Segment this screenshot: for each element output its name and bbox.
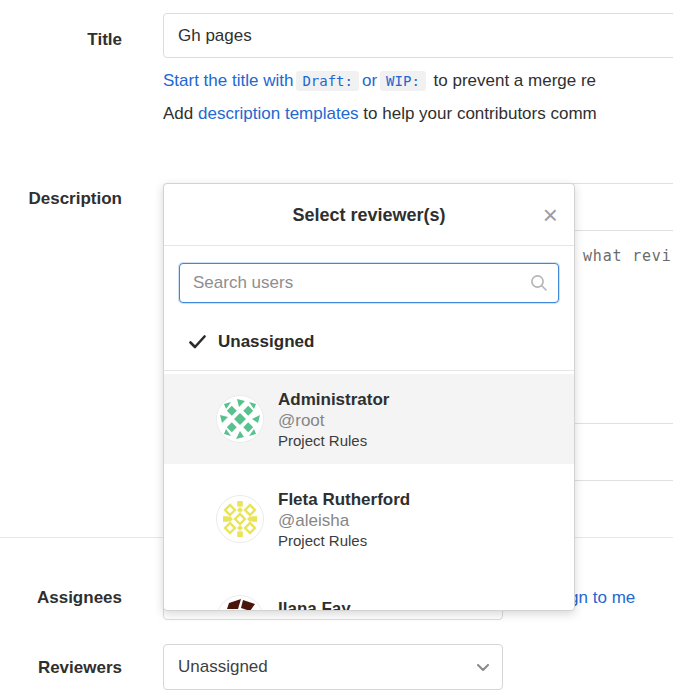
hint2-tail: to help your contributors comm bbox=[363, 104, 596, 123]
user-name: Ilana Fay bbox=[278, 598, 351, 611]
title-input[interactable] bbox=[163, 13, 673, 58]
user-username: @root bbox=[278, 410, 389, 431]
user-project: Project Rules bbox=[278, 431, 389, 450]
title-label: Title bbox=[0, 30, 122, 50]
avatar-ilana bbox=[216, 595, 264, 611]
description-templates-hint: Add description templates to help your c… bbox=[163, 104, 597, 124]
chevron-down-icon bbox=[477, 664, 489, 672]
user-name: Administrator bbox=[278, 389, 389, 410]
assignees-label: Assignees bbox=[0, 588, 122, 608]
user-project: Project Rules bbox=[278, 531, 410, 550]
user-list: Administrator @root Project Rules bbox=[164, 374, 574, 611]
hint2-lead: Add bbox=[163, 104, 193, 123]
description-label: Description bbox=[0, 189, 122, 209]
description-templates-link[interactable]: description templates bbox=[198, 104, 359, 123]
draft-wip-link[interactable]: Start the title withDraft:orWIP: bbox=[163, 71, 429, 90]
select-reviewers-dropdown: Select reviewer(s) × Unassigned bbox=[163, 183, 575, 611]
unassigned-label: Unassigned bbox=[218, 332, 314, 352]
reviewers-value: Unassigned bbox=[178, 657, 268, 676]
close-icon[interactable]: × bbox=[543, 202, 558, 228]
user-option-administrator[interactable]: Administrator @root Project Rules bbox=[164, 374, 574, 464]
dropdown-title: Select reviewer(s) bbox=[164, 184, 574, 246]
hint-link-text: Start the title with bbox=[163, 71, 293, 90]
search-field-wrap bbox=[179, 263, 559, 303]
avatar-fleta bbox=[216, 495, 264, 543]
user-texts: Administrator @root Project Rules bbox=[278, 389, 389, 450]
hint-or-text: or bbox=[362, 71, 377, 90]
user-option-ilana-fay[interactable]: Ilana Fay @ilana bbox=[164, 574, 574, 611]
check-icon bbox=[189, 335, 206, 349]
draft-code-chip: Draft: bbox=[296, 71, 359, 91]
reviewers-label: Reviewers bbox=[0, 658, 122, 678]
unassigned-option[interactable]: Unassigned bbox=[164, 324, 574, 360]
merge-request-form: Title Start the title withDraft:orWIP: t… bbox=[0, 0, 673, 700]
search-icon bbox=[530, 274, 548, 292]
search-users-input[interactable] bbox=[179, 263, 559, 303]
user-texts: Ilana Fay @ilana bbox=[278, 598, 351, 611]
dropdown-divider bbox=[164, 370, 574, 371]
reviewers-dropdown[interactable]: Unassigned bbox=[163, 644, 503, 690]
title-hint: Start the title withDraft:orWIP: to prev… bbox=[163, 71, 596, 91]
user-username: @aleisha bbox=[278, 510, 410, 531]
user-option-fleta-rutherford[interactable]: Fleta Rutherford @aleisha Project Rules bbox=[164, 474, 574, 564]
user-name: Fleta Rutherford bbox=[278, 489, 410, 510]
wip-code-chip: WIP: bbox=[380, 71, 426, 91]
hint-tail: to prevent a merge re bbox=[434, 71, 597, 90]
user-texts: Fleta Rutherford @aleisha Project Rules bbox=[278, 489, 410, 550]
avatar-administrator bbox=[216, 395, 264, 443]
description-text-fragment: what revi bbox=[583, 247, 671, 265]
dropdown-header: Select reviewer(s) × bbox=[164, 184, 574, 246]
